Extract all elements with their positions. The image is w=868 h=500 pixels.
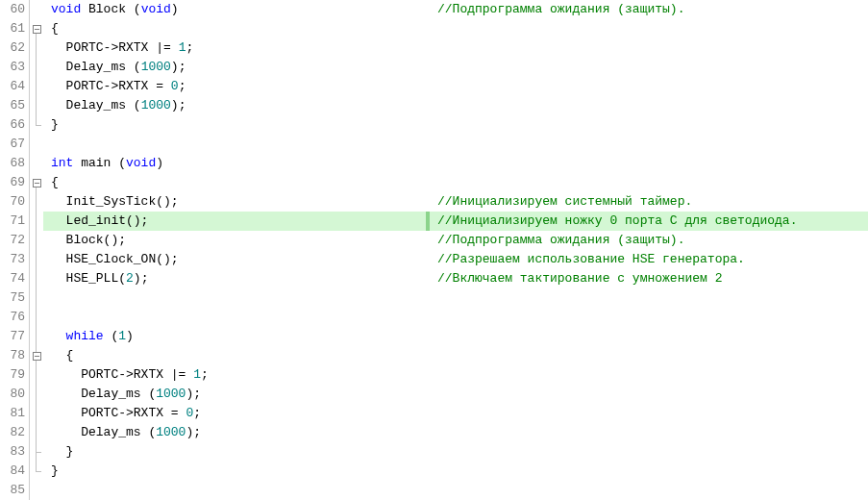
code-content[interactable]: } — [43, 462, 868, 481]
line-number: 81 — [0, 404, 30, 423]
code-content[interactable]: } — [43, 442, 868, 462]
code-line[interactable]: 70 Init_SysTick();//Инициализируем систе… — [0, 192, 868, 212]
code-line[interactable]: 73 HSE_Clock_ON();//Разрешаем использова… — [0, 250, 868, 269]
fold-gutter — [30, 365, 43, 385]
code-content[interactable]: void Block (void)//Подпрограмма ожидания… — [43, 0, 868, 19]
fold-toggle-icon[interactable] — [33, 179, 41, 188]
fold-toggle-icon[interactable] — [33, 352, 41, 361]
line-number: 63 — [0, 58, 30, 77]
code-comment: //Подпрограмма ожидания (защиты). — [437, 231, 684, 250]
code-content[interactable]: PORTC->RXTX = 0; — [43, 404, 868, 423]
code-line[interactable]: 72 Block();//Подпрограмма ожидания (защи… — [0, 231, 868, 250]
fold-gutter — [30, 308, 43, 327]
fold-gutter — [30, 115, 43, 135]
code-content[interactable]: PORTC->RXTX |= 1; — [43, 365, 868, 385]
fold-gutter — [30, 462, 43, 481]
line-number: 79 — [0, 365, 30, 385]
line-number: 62 — [0, 38, 30, 58]
code-text: PORTC->RXTX = 0; — [51, 77, 186, 96]
fold-toggle-icon[interactable] — [33, 25, 41, 34]
line-number: 78 — [0, 346, 30, 365]
code-text: void Block (void) — [51, 0, 179, 19]
code-line[interactable]: 76 — [0, 308, 868, 327]
code-content[interactable]: HSE_PLL(2);//Включаем тактирование с умн… — [43, 269, 868, 288]
code-content[interactable] — [43, 481, 868, 500]
line-number: 72 — [0, 231, 30, 250]
line-number: 85 — [0, 481, 30, 500]
code-comment: //Подпрограмма ожидания (защиты). — [437, 0, 684, 19]
code-line[interactable]: 65 Delay_ms (1000); — [0, 96, 868, 115]
line-number: 67 — [0, 135, 30, 154]
code-content[interactable]: int main (void) — [43, 154, 868, 173]
fold-gutter — [30, 442, 43, 462]
fold-gutter — [30, 212, 43, 231]
code-line[interactable]: 83 } — [0, 442, 868, 462]
code-content[interactable]: Delay_ms (1000); — [43, 58, 868, 77]
code-line[interactable]: 74 HSE_PLL(2);//Включаем тактирование с … — [0, 269, 868, 288]
code-content[interactable]: { — [43, 346, 868, 365]
fold-gutter — [30, 96, 43, 115]
code-line[interactable]: 81 PORTC->RXTX = 0; — [0, 404, 868, 423]
code-line[interactable]: 85 — [0, 481, 868, 500]
code-editor[interactable]: 60void Block (void)//Подпрограмма ожидан… — [0, 0, 868, 500]
code-text: HSE_Clock_ON(); — [51, 250, 179, 269]
code-content[interactable] — [43, 308, 868, 327]
code-line[interactable]: 82 Delay_ms (1000); — [0, 423, 868, 442]
code-line-highlighted[interactable]: 71 Led_init();//Инициализируем ножку 0 п… — [0, 212, 868, 231]
code-line[interactable]: 84} — [0, 462, 868, 481]
code-line[interactable]: 78 { — [0, 346, 868, 365]
code-line[interactable]: 60void Block (void)//Подпрограмма ожидан… — [0, 0, 868, 19]
code-line[interactable]: 68int main (void) — [0, 154, 868, 173]
line-number: 65 — [0, 96, 30, 115]
fold-gutter — [30, 327, 43, 346]
fold-gutter[interactable] — [30, 173, 43, 192]
code-line[interactable]: 75 — [0, 288, 868, 308]
fold-gutter[interactable] — [30, 346, 43, 365]
code-line[interactable]: 63 Delay_ms (1000); — [0, 58, 868, 77]
code-line[interactable]: 80 Delay_ms (1000); — [0, 385, 868, 404]
line-number: 76 — [0, 308, 30, 327]
code-content[interactable]: Delay_ms (1000); — [43, 96, 868, 115]
fold-gutter[interactable] — [30, 19, 43, 38]
line-number: 68 — [0, 154, 30, 173]
code-line[interactable]: 77 while (1) — [0, 327, 868, 346]
line-number: 75 — [0, 288, 30, 308]
fold-gutter — [30, 250, 43, 269]
code-content[interactable]: } — [43, 115, 868, 135]
line-number: 73 — [0, 250, 30, 269]
code-text: int main (void) — [51, 154, 163, 173]
line-number: 70 — [0, 192, 30, 212]
code-content[interactable]: Block();//Подпрограмма ожидания (защиты)… — [43, 231, 868, 250]
code-line[interactable]: 62 PORTC->RXTX |= 1; — [0, 38, 868, 58]
fold-gutter — [30, 38, 43, 58]
code-content[interactable]: PORTC->RXTX |= 1; — [43, 38, 868, 58]
code-content[interactable] — [43, 288, 868, 308]
code-text: PORTC->RXTX |= 1; — [51, 365, 209, 385]
code-text: { — [51, 346, 73, 365]
fold-gutter — [30, 0, 43, 19]
code-text: } — [51, 442, 73, 462]
code-content[interactable]: { — [43, 173, 868, 192]
code-content[interactable]: PORTC->RXTX = 0; — [43, 77, 868, 96]
code-line[interactable]: 61{ — [0, 19, 868, 38]
code-line[interactable]: 67 — [0, 135, 868, 154]
code-content[interactable] — [43, 135, 868, 154]
code-line[interactable]: 79 PORTC->RXTX |= 1; — [0, 365, 868, 385]
code-content[interactable]: Delay_ms (1000); — [43, 423, 868, 442]
code-content[interactable]: Delay_ms (1000); — [43, 385, 868, 404]
code-content[interactable]: { — [43, 19, 868, 38]
code-text: Delay_ms (1000); — [51, 96, 186, 115]
code-line[interactable]: 64 PORTC->RXTX = 0; — [0, 77, 868, 96]
code-text: while (1) — [51, 327, 134, 346]
code-content[interactable]: Led_init();//Инициализируем ножку 0 порт… — [43, 212, 868, 231]
fold-gutter — [30, 135, 43, 154]
code-text: Delay_ms (1000); — [51, 385, 201, 404]
code-content[interactable]: HSE_Clock_ON();//Разрешаем использование… — [43, 250, 868, 269]
code-content[interactable]: while (1) — [43, 327, 868, 346]
code-content[interactable]: Init_SysTick();//Инициализируем системны… — [43, 192, 868, 212]
line-number: 84 — [0, 462, 30, 481]
fold-gutter — [30, 385, 43, 404]
line-number: 77 — [0, 327, 30, 346]
code-line[interactable]: 66} — [0, 115, 868, 135]
code-line[interactable]: 69{ — [0, 173, 868, 192]
